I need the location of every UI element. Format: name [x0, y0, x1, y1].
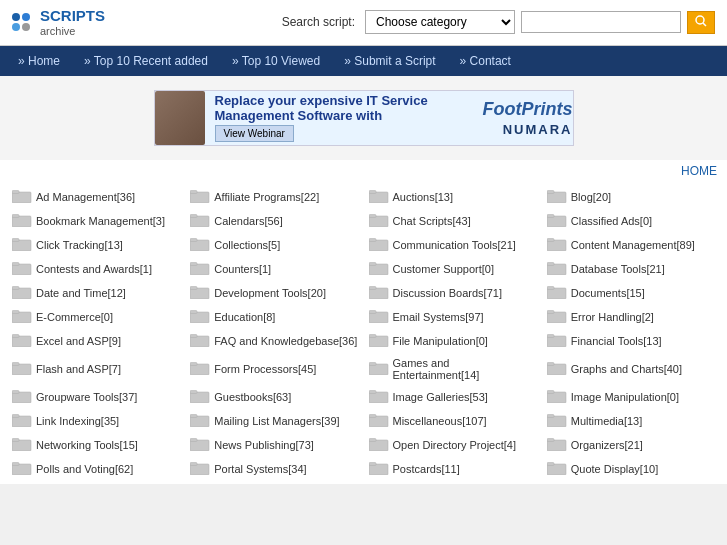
category-item[interactable]: Collections[5] [188, 234, 360, 256]
category-item[interactable]: Link Indexing[35] [10, 410, 182, 432]
svg-rect-93 [190, 462, 197, 465]
search-button[interactable] [687, 11, 715, 34]
category-item[interactable]: Database Tools[21] [545, 258, 717, 280]
svg-rect-17 [547, 214, 554, 217]
folder-icon [547, 213, 567, 229]
category-item[interactable]: FAQ and Knowledgebase[36] [188, 330, 360, 352]
category-item[interactable]: Miscellaneous[107] [367, 410, 539, 432]
category-item[interactable]: Portal Systems[34] [188, 458, 360, 480]
category-select[interactable]: Choose category [365, 10, 515, 34]
category-item[interactable]: Financial Tools[13] [545, 330, 717, 352]
search-input[interactable] [521, 11, 681, 33]
svg-rect-57 [547, 334, 554, 337]
category-item[interactable]: Discussion Boards[71] [367, 282, 539, 304]
category-label: Classified Ads[0] [571, 215, 652, 227]
category-item[interactable]: Auctions[13] [367, 186, 539, 208]
category-label: Date and Time[12] [36, 287, 126, 299]
svg-rect-73 [547, 390, 554, 393]
svg-rect-75 [12, 414, 19, 417]
category-item[interactable]: Guestbooks[63] [188, 386, 360, 408]
nav-recent[interactable]: » Top 10 Recent added [72, 46, 220, 76]
category-item[interactable]: Bookmark Management[3] [10, 210, 182, 232]
category-item[interactable]: Education[8] [188, 306, 360, 328]
category-label: Calendars[56] [214, 215, 283, 227]
category-item[interactable]: Excel and ASP[9] [10, 330, 182, 352]
category-item[interactable]: Organizers[21] [545, 434, 717, 456]
folder-icon [12, 361, 32, 377]
category-item[interactable]: Multimedia[13] [545, 410, 717, 432]
category-item[interactable]: Postcards[11] [367, 458, 539, 480]
category-label: Link Indexing[35] [36, 415, 119, 427]
category-item[interactable]: Games and Entertainment[14] [367, 354, 539, 384]
category-label: Content Management[89] [571, 239, 695, 251]
category-item[interactable]: Polls and Voting[62] [10, 458, 182, 480]
folder-icon [12, 389, 32, 405]
banner-logo: FootPrints NUMARA [483, 99, 573, 137]
category-item[interactable]: Development Tools[20] [188, 282, 360, 304]
category-item[interactable]: Chat Scripts[43] [367, 210, 539, 232]
nav-home[interactable]: » Home [6, 46, 72, 76]
svg-rect-21 [190, 238, 197, 241]
svg-rect-31 [369, 262, 376, 265]
svg-rect-7 [369, 190, 376, 193]
folder-icon [547, 413, 567, 429]
category-label: Error Handling[2] [571, 311, 654, 323]
category-item[interactable]: Quote Display[10] [545, 458, 717, 480]
nav-viewed[interactable]: » Top 10 Viewed [220, 46, 332, 76]
banner-title: Replace your expensive IT Service Manage… [215, 93, 473, 123]
category-item[interactable]: News Publishing[73] [188, 434, 360, 456]
category-item[interactable]: Networking Tools[15] [10, 434, 182, 456]
category-item[interactable]: Calendars[56] [188, 210, 360, 232]
svg-rect-15 [369, 214, 376, 217]
category-item[interactable]: Blog[20] [545, 186, 717, 208]
category-label: Multimedia[13] [571, 415, 643, 427]
category-item[interactable]: Error Handling[2] [545, 306, 717, 328]
svg-rect-97 [547, 462, 554, 465]
folder-icon [190, 461, 210, 477]
category-label: Documents[15] [571, 287, 645, 299]
category-item[interactable]: Ad Management[36] [10, 186, 182, 208]
category-label: Image Galleries[53] [393, 391, 488, 403]
svg-rect-55 [369, 334, 376, 337]
category-item[interactable]: Contests and Awards[1] [10, 258, 182, 280]
svg-rect-85 [190, 438, 197, 441]
folder-icon [12, 413, 32, 429]
category-item[interactable]: Mailing List Managers[39] [188, 410, 360, 432]
home-label[interactable]: HOME [0, 160, 727, 182]
category-item[interactable]: Graphs and Charts[40] [545, 354, 717, 384]
category-item[interactable]: Image Manipulation[0] [545, 386, 717, 408]
category-item[interactable]: Customer Support[0] [367, 258, 539, 280]
svg-rect-41 [547, 286, 554, 289]
category-item[interactable]: File Manipulation[0] [367, 330, 539, 352]
category-item[interactable]: Groupware Tools[37] [10, 386, 182, 408]
category-item[interactable]: Affiliate Programs[22] [188, 186, 360, 208]
category-item[interactable]: E-Commerce[0] [10, 306, 182, 328]
folder-icon [369, 285, 389, 301]
category-item[interactable]: Open Directory Project[4] [367, 434, 539, 456]
category-label: Customer Support[0] [393, 263, 495, 275]
nav-submit[interactable]: » Submit a Script [332, 46, 447, 76]
webinar-button[interactable]: View Webinar [215, 125, 294, 142]
category-item[interactable]: Documents[15] [545, 282, 717, 304]
category-item[interactable]: Content Management[89] [545, 234, 717, 256]
category-item[interactable]: Date and Time[12] [10, 282, 182, 304]
svg-line-1 [703, 23, 706, 26]
category-item[interactable]: Classified Ads[0] [545, 210, 717, 232]
category-item[interactable]: Email Systems[97] [367, 306, 539, 328]
svg-rect-43 [12, 310, 19, 313]
svg-rect-11 [12, 214, 19, 217]
svg-point-0 [696, 16, 704, 24]
category-label: Database Tools[21] [571, 263, 665, 275]
category-item[interactable]: Communication Tools[21] [367, 234, 539, 256]
category-item[interactable]: Counters[1] [188, 258, 360, 280]
category-item[interactable]: Click Tracking[13] [10, 234, 182, 256]
category-item[interactable]: Form Processors[45] [188, 354, 360, 384]
category-label: Postcards[11] [393, 463, 460, 475]
category-label: Portal Systems[34] [214, 463, 306, 475]
category-item[interactable]: Flash and ASP[7] [10, 354, 182, 384]
svg-rect-39 [369, 286, 376, 289]
nav-contact[interactable]: » Contact [448, 46, 523, 76]
category-item[interactable]: Image Galleries[53] [367, 386, 539, 408]
category-label: Networking Tools[15] [36, 439, 138, 451]
svg-rect-29 [190, 262, 197, 265]
